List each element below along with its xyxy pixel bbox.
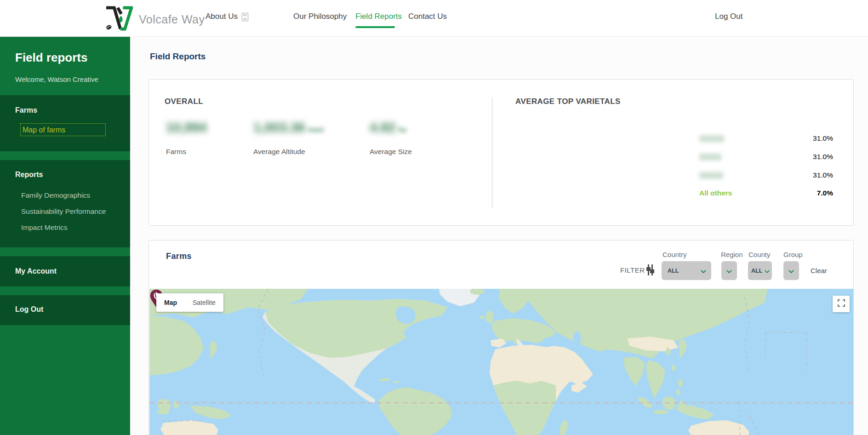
app-window: Volcafe Way About UsF101 Our Philosophy …: [0, 0, 868, 435]
fullscreen-button[interactable]: [833, 296, 850, 312]
stat-altitude-label: Average Altitude: [253, 148, 305, 156]
farms-panel: Farms FILTER Country ALL Region County A…: [148, 240, 854, 435]
fullscreen-icon: [838, 299, 845, 309]
missing-glyph-box-icon: F101: [242, 13, 248, 21]
stat-size-label: Average Size: [370, 148, 412, 156]
filter-country-select[interactable]: ALL: [662, 261, 711, 280]
sidebar-item-family-demographics[interactable]: Family Demographics: [21, 191, 90, 200]
sidebar-item-log-out[interactable]: Log Out: [15, 305, 43, 314]
varietals-donut-chart: [520, 123, 618, 220]
sidebar-heading-farms: Farms: [15, 106, 37, 114]
sidebar-item-sustainability-performance[interactable]: Sustainability Performance: [21, 207, 106, 216]
legend-row: All others 7.0%: [688, 188, 833, 198]
sidebar: Field reports Welcome, Watson Creative F…: [0, 36, 130, 435]
sidebar-item-map-of-farms[interactable]: Map of farms: [20, 123, 106, 136]
nav-item-contact-us[interactable]: Contact Us: [408, 12, 447, 21]
filter-county-label: County: [748, 251, 771, 258]
stat-average-altitude: 1,003.36masl Average Altitude: [253, 120, 354, 135]
nav-item-about-us[interactable]: About UsF101: [206, 12, 248, 21]
legend-label-blurred: [699, 135, 724, 142]
legend-dot: [688, 172, 694, 178]
filter-group-select[interactable]: [783, 261, 799, 280]
panel-divider: [492, 97, 492, 208]
volcafe-logo[interactable]: Volcafe Way: [104, 6, 205, 33]
sidebar-item-my-account[interactable]: My Account: [15, 267, 57, 275]
legend-label-blurred: [699, 154, 721, 160]
filter-group-label: Group: [783, 251, 803, 258]
active-tab-underline: [355, 26, 395, 28]
legend-percentage: 31.0%: [813, 153, 833, 161]
filter-county-select[interactable]: ALL: [748, 261, 772, 280]
world-map-canvas[interactable]: Map Satellite: [149, 289, 853, 435]
chevron-down-icon: [788, 267, 794, 275]
farms-panel-title: Farms: [166, 252, 192, 261]
filter-country-label: Country: [662, 251, 687, 258]
map-type-map-button[interactable]: Map: [156, 293, 185, 312]
overall-heading: OVERALL: [165, 97, 203, 106]
filter-sliders-icon: [645, 263, 655, 278]
sidebar-title: Field reports: [15, 51, 87, 65]
legend-row: 31.0%: [688, 152, 833, 162]
nav-item-field-reports[interactable]: Field Reports: [355, 12, 402, 21]
stat-altitude-unit-blurred: masl: [308, 126, 324, 133]
page-title: Field Reports: [150, 52, 206, 62]
chevron-down-icon: [701, 267, 706, 275]
stat-farms: 10,994 Farms: [166, 120, 267, 135]
filter-region-label: Region: [721, 251, 743, 258]
legend-percentage: 31.0%: [813, 171, 833, 179]
top-navigation: Volcafe Way About UsF101 Our Philosophy …: [0, 0, 868, 37]
chevron-down-icon: [765, 267, 770, 275]
legend-row: 31.0%: [688, 170, 833, 180]
sidebar-welcome-text: Welcome, Watson Creative: [15, 75, 98, 83]
stat-altitude-value-blurred: 1,003.36: [253, 120, 305, 135]
legend-dot: [688, 154, 694, 160]
stat-size-value-blurred: 4.82: [370, 120, 395, 135]
sidebar-heading-reports: Reports: [15, 171, 43, 179]
filter-region-select[interactable]: [721, 261, 737, 280]
sidebar-item-impact-metrics[interactable]: Impact Metrics: [21, 223, 68, 232]
volcafe-logo-icon: [104, 6, 133, 33]
legend-label-blurred: [699, 172, 723, 179]
legend-dot: [688, 190, 694, 196]
stat-farms-label: Farms: [166, 148, 186, 156]
legend-percentage: 31.0%: [813, 134, 833, 143]
stat-size-unit-blurred: ha: [398, 126, 406, 133]
map-landmass-layer: [149, 289, 853, 435]
map-type-control: Map Satellite: [156, 293, 223, 312]
map-type-satellite-button[interactable]: Satellite: [185, 293, 223, 312]
nav-logout-link[interactable]: Log Out: [715, 12, 743, 21]
stat-average-size: 4.82ha Average Size: [370, 120, 471, 135]
nav-item-our-philosophy[interactable]: Our Philosophy: [293, 12, 347, 21]
legend-row: 31.0%: [688, 133, 833, 143]
legend-label: All others: [699, 189, 732, 197]
filter-label: FILTER: [620, 266, 645, 274]
legend-percentage: 7.0%: [817, 189, 833, 197]
legend-dot: [688, 135, 694, 142]
summary-panel: OVERALL 10,994 Farms 1,003.36masl Averag…: [148, 79, 854, 226]
chevron-down-icon: [726, 267, 732, 275]
varietals-heading: AVERAGE TOP VARIETALS: [515, 97, 621, 106]
stat-farms-value-blurred: 10,994: [166, 120, 207, 135]
logo-wordmark: Volcafe Way: [139, 13, 205, 26]
filter-clear-button[interactable]: Clear: [811, 267, 827, 275]
